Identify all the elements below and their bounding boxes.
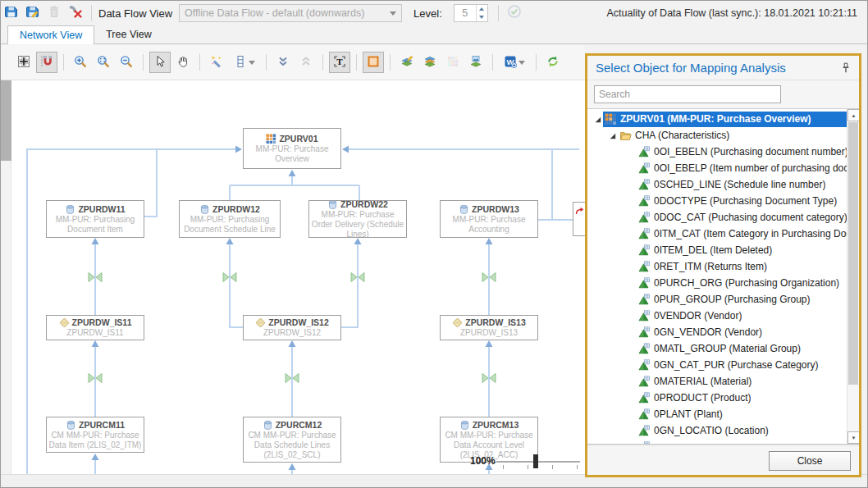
layers-image-button[interactable] [465,52,487,73]
hand-icon [176,55,190,71]
scroll-down-button[interactable]: ▼ [847,431,859,444]
tree-item-characteristic[interactable]: 0MATL_GROUP (Material Group) [587,340,847,357]
diagram-node-zpurdw13[interactable]: ZPURDW13MM-PUR: Purchase Accounting [440,200,538,238]
tree-item-characteristic[interactable]: 0RET_ITM (Returns Item) [587,258,847,275]
sync-check-button[interactable] [505,3,524,23]
zoom-slider-track[interactable] [496,461,580,463]
tree-scrollbar[interactable]: ▲ ▼ [847,109,859,444]
spinner-up-button[interactable] [477,5,487,13]
tree-item-label: CHA (Characteristics) [635,130,729,141]
auto-layout-button[interactable] [206,52,227,73]
characteristic-icon [638,392,651,404]
zoom-out-button[interactable] [116,52,137,73]
scroll-up-button[interactable]: ▲ [847,109,859,121]
pointer-button[interactable] [149,52,171,73]
zoom-fit-icon [97,55,110,71]
level-spinner[interactable]: 5 [454,4,488,22]
tree-item-characteristic[interactable]: 0SCHED_LINE (Schedule line number) [587,176,847,193]
tree-item-characteristic[interactable]: 0DOC_CAT (Puchasing document category) [587,209,847,226]
save-all-button[interactable] [23,3,43,23]
zoom-out-icon [120,55,133,71]
tree-item-characteristic[interactable]: 0DOCTYPE (Purchasing Document Type) [587,193,847,209]
tree-item-characteristic[interactable]: 0ITEM_DEL (Item Deleted) [587,242,847,258]
selected-row-highlight[interactable]: ZPURV01 (MM-PUR: Purchase Overview) [603,112,847,127]
zoom-percent-label: 100% [470,455,496,467]
expander-icon[interactable] [607,130,618,141]
word-export-button[interactable]: W [499,52,530,73]
tree-item-characteristic[interactable]: 0OI_EBELN (Purchasing document number) [587,144,847,160]
zoom-slider-handle[interactable] [533,454,538,468]
pointer-icon [153,55,167,71]
delete-button[interactable] [44,3,64,23]
expander-icon[interactable] [592,114,603,125]
tree-item-characteristic[interactable]: 0PURCH_ORG (Purchasing Organization) [587,275,847,291]
collapse-all-button[interactable] [272,52,294,73]
zoom-fit-button[interactable] [93,52,114,73]
tree-item-label: 0RET_ITM (Returns Item) [654,261,767,272]
tree-item-characteristic[interactable]: 0GN_CAT_PUR (Purchase Category) [587,357,847,373]
spinner-buttons [476,5,487,21]
close-button[interactable]: Close [769,451,851,471]
tab-network-view[interactable]: Network View [7,25,94,44]
diagram-node-zpurdw12[interactable]: ZPURDW12MM-PUR: Purchasing Document Sche… [179,200,281,238]
tree-item-characteristic[interactable]: 0GN_LOCATIO (Location) [587,422,847,439]
chevron-up-icon [479,7,484,11]
color-grid-icon [446,55,459,71]
search-input[interactable] [594,85,781,103]
remove-data-flow-button[interactable] [66,3,85,23]
tree-item-characteristic[interactable]: 0GN_VENDOR (Vendor) [587,324,847,340]
save-button[interactable] [2,3,21,23]
snap-button[interactable] [36,52,57,73]
diagram-node-zpurdw_is12[interactable]: ZPURDW_IS12ZPURDW_IS12 [243,315,341,340]
tree-item-characteristic[interactable]: 0MATERIAL (Material) [587,373,847,390]
expand-all-button[interactable] [295,52,317,73]
separator [63,54,64,71]
characteristic-icon [638,162,651,175]
zoom-in-button[interactable] [70,52,91,73]
spinner-down-button[interactable] [477,13,487,21]
text-toggle-button[interactable]: T [329,52,350,73]
node-id: ZPURV01 [279,134,318,144]
node-id: ZPURCM11 [79,420,125,431]
continuation-node[interactable] [573,202,585,236]
data-flow-view-label: Data Flow View [98,7,172,20]
tab-tree-view[interactable]: Tree View [94,25,163,43]
diagram-node-zpurdw_is13[interactable]: ZPURDW_IS13ZPURDW_IS13 [440,315,538,340]
swimlane-button[interactable] [229,52,260,73]
pin-icon[interactable] [839,62,852,75]
tree-item-label: 0MATERIAL (Material) [654,376,752,387]
magnet-icon [40,55,53,71]
tree-item-label: 0PLANT (Plant) [654,408,723,420]
tree-item-characteristic[interactable]: 0PRODUCT (Product) [587,390,847,406]
data-flow-dropdown[interactable]: Offline Data Flow - default (downwards) [179,4,402,22]
node-title: ZPURDW22 [327,200,388,210]
diagram-node-zpurdw_is11[interactable]: ZPURDW_IS11ZPURDW_IS11 [46,315,144,340]
diagram-node-zpurdw22[interactable]: ZPURDW22MM-PUR: Purchase Order Delivery … [308,200,407,238]
diagram-node-zpurdw11[interactable]: ZPURDW11MM-PUR: Purchasing Document Item [46,200,144,238]
layers-stack-button[interactable] [419,52,441,73]
tree-item-characteristic[interactable]: 0PLANT (Plant) [587,406,847,422]
tree-item-label: 0PRODUCT (Product) [654,392,751,404]
tree-item-folder-cha[interactable]: CHA (Characteristics) [587,127,847,144]
diagram-node-zpurcm11[interactable]: ZPURCM11CM MM-PUR: Purchase Data Item (2… [46,417,144,453]
node-id: ZPURCM13 [473,420,519,431]
tree-item-characteristic[interactable]: 0VENDOR (Vendor) [587,308,847,324]
diagram-node-zpurcm12[interactable]: ZPURCM12CM MM-PUR: Purchase Data Schedul… [243,417,341,463]
tree-item-root[interactable]: ZPURV01 (MM-PUR: Purchase Overview) [587,111,847,127]
diagram-node-zpurv01[interactable]: ZPURV01MM-PUR: Purchase Overview [243,128,341,169]
scrollbar-thumb[interactable] [848,122,858,385]
actuality-status-text: Actuality of Data Flow (last sync.): 18.… [607,7,858,19]
tree-item-characteristic-partial[interactable] [587,439,847,445]
refresh-button[interactable] [542,52,564,73]
tree-item-characteristic[interactable]: 0OI_EBELP (Item number of purchasing doc… [587,160,847,176]
characteristic-icon [638,408,651,421]
collapsed-panel-handle[interactable] [1,80,11,161]
tree-item-characteristic[interactable]: 0PUR_GROUP (Purchasing Group) [587,291,847,308]
tree-item-label: 0SCHED_LINE (Schedule line number) [654,179,825,190]
grid-button[interactable] [13,52,34,73]
tree-item-characteristic[interactable]: 0ITM_CAT (Item Category in Purchasing Do… [587,226,847,242]
pan-button[interactable] [172,52,194,73]
color-grid-button[interactable] [442,52,464,73]
frame-toggle-button[interactable] [363,52,384,73]
layers-edit-button[interactable] [396,52,418,73]
